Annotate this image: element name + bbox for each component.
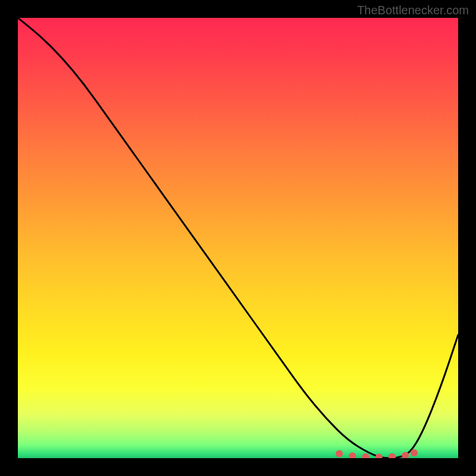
optimal-dot [336,450,343,458]
optimal-dot [375,454,383,459]
optimal-dot [362,453,369,458]
bottleneck-curve-line [18,18,458,458]
attribution-text: TheBottlenecker.com [357,4,469,17]
chart-plot-area [18,18,458,458]
optimal-band-dots [336,449,418,458]
optimal-dot [389,453,396,458]
chart-curve-layer [18,18,458,458]
optimal-dot [411,449,418,456]
optimal-dot [349,452,356,458]
